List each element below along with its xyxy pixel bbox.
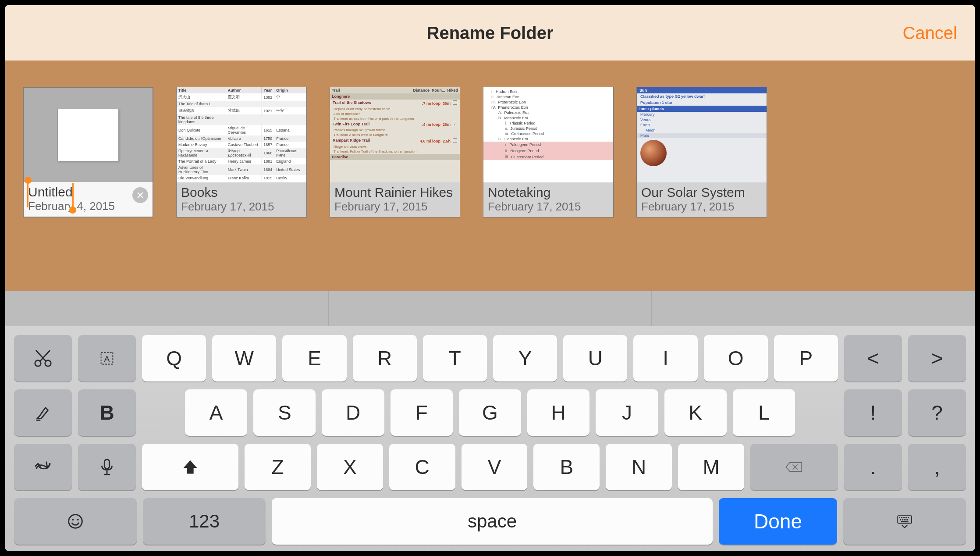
key-x[interactable]: X	[317, 444, 383, 490]
key-a[interactable]: A	[185, 389, 247, 436]
key-p[interactable]: P	[774, 335, 838, 381]
key-e[interactable]: E	[282, 335, 346, 381]
key-period[interactable]: .	[844, 444, 902, 490]
svg-rect-14	[900, 519, 901, 520]
key-s[interactable]: S	[253, 389, 316, 436]
document-card[interactable]: Untitled February 4, 2015	[23, 87, 153, 217]
document-date: February 17, 2015	[181, 200, 302, 214]
key-l[interactable]: L	[733, 389, 795, 436]
document-thumbnail: TrailDistance Roun... Hiked Longmire Tra…	[330, 87, 460, 182]
svg-rect-18	[901, 521, 908, 522]
select-all-key[interactable]: A	[78, 335, 136, 381]
key-j[interactable]: J	[596, 389, 658, 436]
document-card[interactable]: TrailDistance Roun... Hiked Longmire Tra…	[330, 87, 460, 217]
document-title: Notetaking	[488, 185, 609, 200]
document-thumbnail	[24, 88, 153, 182]
key-m[interactable]: M	[678, 444, 744, 490]
document-date: February 17, 2015	[641, 200, 762, 214]
key-n[interactable]: N	[606, 444, 672, 490]
svg-text:A: A	[104, 354, 110, 364]
key-comma[interactable]: ,	[908, 444, 966, 490]
document-title-input[interactable]: Untitled	[28, 185, 73, 199]
svg-point-7	[77, 519, 79, 520]
modal-title: Rename Folder	[427, 23, 554, 43]
key-i[interactable]: I	[633, 335, 697, 381]
key-r[interactable]: R	[353, 335, 417, 381]
undo-key[interactable]	[14, 444, 72, 490]
document-thumbnail: I. Hadron Eon II. Archean Eon III. Prote…	[483, 87, 613, 182]
svg-rect-13	[908, 517, 909, 518]
key-c[interactable]: C	[389, 444, 455, 490]
svg-rect-12	[905, 517, 907, 518]
dismiss-keyboard-key[interactable]	[843, 498, 966, 545]
bold-key[interactable]: B	[78, 389, 136, 436]
svg-rect-16	[904, 519, 905, 520]
svg-rect-4	[104, 460, 110, 469]
prediction-slot[interactable]	[329, 291, 652, 326]
key-v[interactable]: V	[462, 444, 528, 490]
documents-grid: Untitled February 4, 2015 TitleAuthorYea…	[5, 61, 975, 291]
cancel-button[interactable]: Cancel	[902, 23, 957, 43]
svg-rect-10	[901, 517, 902, 518]
shift-key[interactable]	[142, 444, 238, 490]
dictation-key[interactable]	[78, 444, 136, 490]
highlight-key[interactable]	[14, 389, 72, 436]
on-screen-keyboard: A Q W E R T Y U I O P < > B A S D F G	[5, 326, 975, 551]
key-exclaim[interactable]: !	[844, 389, 902, 436]
document-date: February 4, 2015	[28, 200, 148, 213]
document-title: Our Solar System	[641, 185, 762, 200]
svg-rect-11	[903, 517, 905, 518]
document-card[interactable]: TitleAuthorYearOrigin 沢火山至文明1382中 The Ta…	[176, 87, 307, 217]
key-f[interactable]: F	[391, 389, 453, 436]
modal-header: Rename Folder Cancel	[5, 5, 975, 61]
space-key[interactable]: space	[272, 498, 713, 545]
selection-handle-end[interactable]	[72, 183, 74, 211]
numbers-key[interactable]: 123	[143, 498, 266, 545]
document-date: February 17, 2015	[488, 200, 609, 214]
document-thumbnail: Sun Classified as type G2 yellow dwarf P…	[637, 87, 767, 182]
key-q[interactable]: Q	[142, 335, 206, 381]
svg-rect-17	[906, 519, 908, 520]
key-question[interactable]: ?	[908, 389, 966, 436]
key-w[interactable]: W	[212, 335, 276, 381]
svg-point-6	[72, 519, 74, 520]
key-t[interactable]: T	[423, 335, 487, 381]
keyboard-prediction-bar	[5, 291, 975, 326]
prediction-slot[interactable]	[5, 291, 329, 326]
key-d[interactable]: D	[322, 389, 384, 436]
document-card[interactable]: I. Hadron Eon II. Archean Eon III. Prote…	[483, 87, 614, 217]
svg-point-5	[69, 515, 82, 528]
key-lt[interactable]: <	[844, 335, 902, 381]
clear-text-button[interactable]	[132, 187, 148, 203]
emoji-key[interactable]	[14, 498, 137, 545]
svg-rect-15	[902, 519, 903, 520]
document-title: Books	[181, 185, 302, 200]
backspace-key[interactable]	[750, 444, 838, 490]
svg-rect-9	[899, 517, 900, 518]
key-gt[interactable]: >	[908, 335, 966, 381]
prediction-slot[interactable]	[652, 291, 975, 326]
document-card[interactable]: Sun Classified as type G2 yellow dwarf P…	[636, 87, 767, 217]
cut-key[interactable]	[14, 335, 72, 381]
key-o[interactable]: O	[704, 335, 768, 381]
document-date: February 17, 2015	[334, 200, 455, 214]
key-g[interactable]: G	[459, 389, 521, 436]
document-footer: Untitled February 4, 2015	[24, 182, 153, 217]
key-y[interactable]: Y	[493, 335, 557, 381]
key-b[interactable]: B	[533, 444, 600, 490]
document-thumbnail: TitleAuthorYearOrigin 沢火山至文明1382中 The Ta…	[177, 87, 306, 182]
key-h[interactable]: H	[527, 389, 589, 436]
key-k[interactable]: K	[664, 389, 727, 436]
document-title: Mount Rainier Hikes	[334, 185, 455, 200]
selection-handle-start[interactable]	[27, 179, 28, 207]
done-key[interactable]: Done	[719, 498, 837, 545]
key-u[interactable]: U	[563, 335, 627, 381]
key-z[interactable]: Z	[245, 444, 311, 490]
